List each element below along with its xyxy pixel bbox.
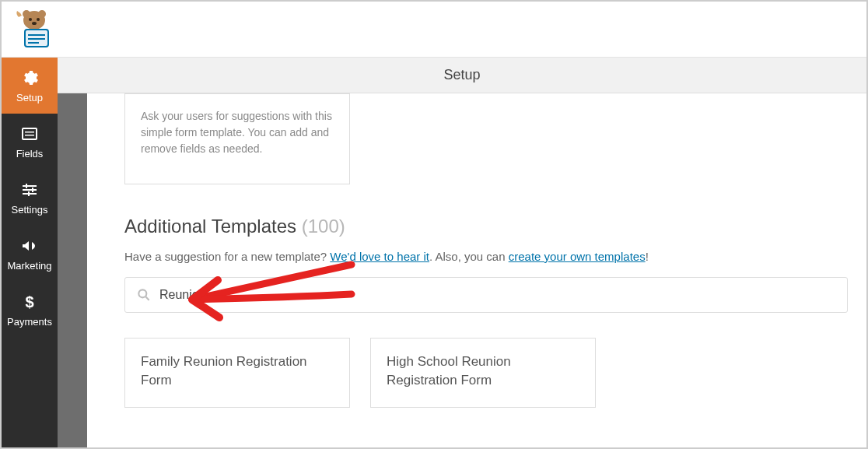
section-title-text: Additional Templates xyxy=(124,216,296,237)
sidebar-item-settings[interactable]: Settings xyxy=(2,170,58,226)
template-card-title: High School Reunion Registration Form xyxy=(387,354,511,388)
svg-rect-8 xyxy=(28,38,45,40)
svg-point-2 xyxy=(38,10,46,18)
results-row: Family Reunion Registration Form High Sc… xyxy=(124,338,848,408)
svg-line-21 xyxy=(146,297,149,300)
section-subtext: Have a suggestion for a new template? We… xyxy=(124,250,848,263)
gear-icon xyxy=(20,68,39,87)
sidebar-item-label: Fields xyxy=(16,148,44,160)
svg-rect-14 xyxy=(23,189,37,191)
sidebar-item-payments[interactable]: $ Payments xyxy=(2,282,58,338)
sidebar-item-label: Marketing xyxy=(7,260,51,272)
svg-rect-11 xyxy=(25,132,34,133)
link-create-templates[interactable]: create your own templates xyxy=(509,250,646,263)
top-bar xyxy=(2,2,866,58)
search-icon xyxy=(136,287,152,303)
svg-rect-18 xyxy=(28,191,30,196)
link-suggestion[interactable]: We'd love to hear it xyxy=(330,250,429,263)
template-card[interactable]: Family Reunion Registration Form xyxy=(124,338,350,408)
sidebar-item-marketing[interactable]: Marketing xyxy=(2,226,58,282)
sidebar-item-label: Payments xyxy=(7,316,52,328)
svg-rect-16 xyxy=(26,184,27,188)
subtext-suffix: ! xyxy=(646,250,649,263)
svg-rect-12 xyxy=(25,135,34,136)
page-title: Setup xyxy=(58,58,866,93)
sidebar: Setup Fields Settings Marketing $ Paymen… xyxy=(2,58,58,447)
form-icon xyxy=(20,125,39,143)
subtext-prefix: Have a suggestion for a new template? xyxy=(124,250,330,263)
sidebar-item-label: Settings xyxy=(12,204,48,216)
svg-rect-9 xyxy=(28,42,39,44)
bullhorn-icon xyxy=(20,237,39,255)
search-input[interactable] xyxy=(159,288,836,302)
template-card-title: Family Reunion Registration Form xyxy=(141,354,307,388)
svg-text:$: $ xyxy=(25,293,33,310)
template-card-previous[interactable]: Ask your users for suggestions with this… xyxy=(124,93,350,184)
dollar-icon: $ xyxy=(20,293,39,311)
sidebar-item-setup[interactable]: Setup xyxy=(2,58,58,114)
sidebar-item-label: Setup xyxy=(16,92,43,103)
search-box[interactable] xyxy=(124,277,848,313)
svg-rect-7 xyxy=(28,34,45,36)
svg-point-1 xyxy=(23,10,30,18)
content-panel: Ask your users for suggestions with this… xyxy=(87,93,866,447)
svg-point-4 xyxy=(37,18,40,21)
sidebar-item-fields[interactable]: Fields xyxy=(2,114,58,170)
svg-rect-13 xyxy=(23,185,37,187)
svg-point-5 xyxy=(32,22,37,25)
wpforms-logo xyxy=(11,6,58,53)
subtext-mid: . Also, you can xyxy=(429,250,509,263)
svg-rect-17 xyxy=(32,188,33,192)
template-card-description: Ask your users for suggestions with this… xyxy=(141,110,332,155)
template-card[interactable]: High School Reunion Registration Form xyxy=(370,338,596,408)
svg-rect-10 xyxy=(23,128,37,139)
section-title: Additional Templates (100) xyxy=(124,216,848,237)
svg-point-20 xyxy=(138,289,146,297)
sliders-icon xyxy=(20,181,39,199)
svg-point-3 xyxy=(29,18,32,21)
section-count: (100) xyxy=(302,216,345,237)
